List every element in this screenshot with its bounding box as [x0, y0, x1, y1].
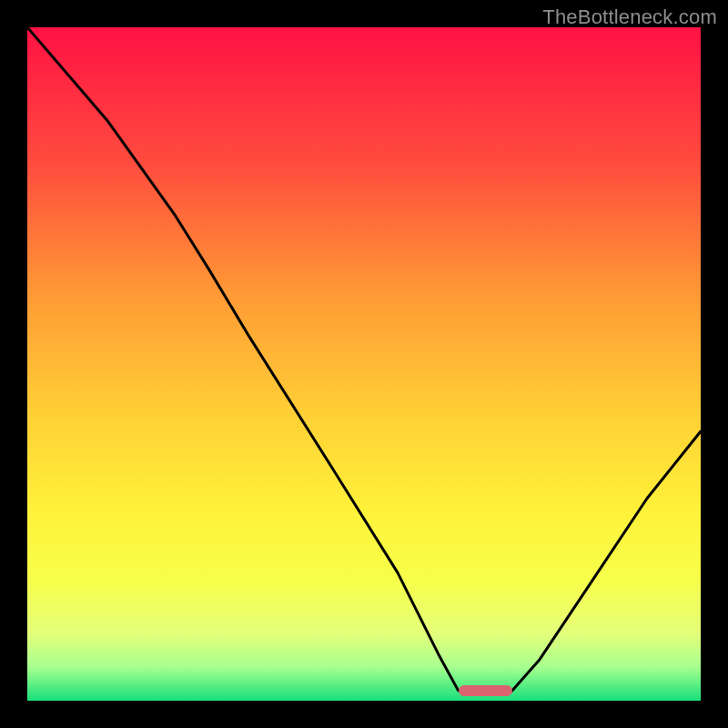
chart-canvas: TheBottleneck.com	[0, 0, 728, 728]
plot-area	[27, 27, 701, 701]
watermark-label: TheBottleneck.com	[542, 5, 717, 29]
bottleneck-curve	[27, 27, 701, 701]
optimal-marker	[459, 685, 512, 696]
